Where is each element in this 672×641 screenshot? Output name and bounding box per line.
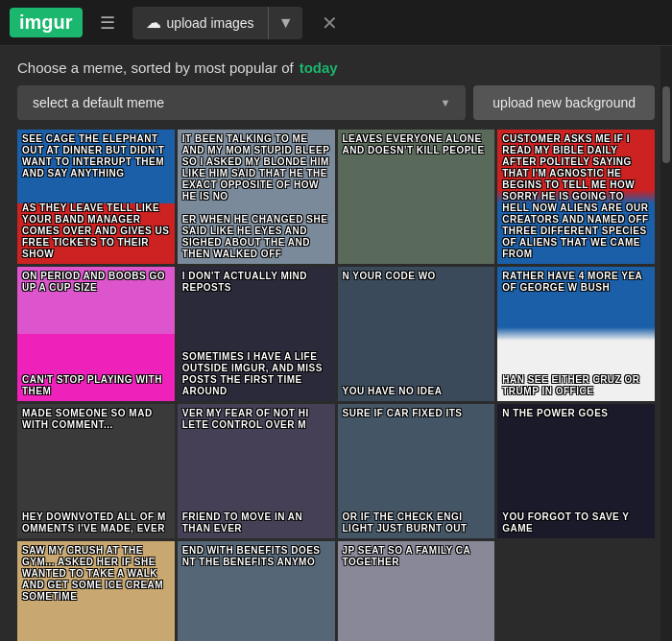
meme-text-top-8: RATHER HAVE 4 MORE YEA OF GEORGE W BUSH <box>497 267 655 297</box>
meme-cell-14[interactable]: END WITH BENEFITS DOES NT THE BENEFITS A… <box>178 541 335 641</box>
meme-cell-11[interactable]: SURE IF CAR FIXED ITSOR IF THE CHECK ENG… <box>338 404 495 538</box>
meme-text-top-14: END WITH BENEFITS DOES NT THE BENEFITS A… <box>178 541 335 572</box>
scrollbar-thumb[interactable] <box>662 86 670 163</box>
meme-text-bottom-7: YOU HAVE NO IDEA <box>338 382 495 401</box>
meme-cell-5[interactable]: ON PERIOD AND BOOBS GO UP A CUP SIZECAN'… <box>17 267 175 401</box>
meme-cell-3[interactable]: LEAVES EVERYONE ALONE AND DOESN'T KILL P… <box>338 130 495 264</box>
toolbar: select a default meme upload new backgro… <box>17 85 655 120</box>
meme-text-bottom-8: HAN SEE EITHER CRUZ OR TRUMP IN OFFICE <box>497 370 655 401</box>
meme-text-bottom-5: CAN'T STOP PLAYING WITH THEM <box>17 370 175 401</box>
upload-button-label: upload images <box>167 15 254 31</box>
meme-cell-2[interactable]: IT BEEN TALKING TO ME AND MY MOM STUPID … <box>178 130 335 264</box>
meme-cell-13[interactable]: SAW MY CRUSH AT THE GYM... ASKED HER IF … <box>17 541 175 641</box>
meme-cell-7[interactable]: N YOUR CODE WOYOU HAVE NO IDEA <box>338 267 495 401</box>
meme-text-top-9: MADE SOMEONE SO MAD WITH COMMENT... <box>17 404 175 435</box>
meme-text-top-15: JP SEAT SO A FAMILY CA TOGETHER <box>338 541 495 572</box>
main-content: Choose a meme, sorted by most popular of… <box>0 46 672 641</box>
meme-text-bottom-4: AFTER POLITELY SAYING THAT I'M AGNOSTIC … <box>497 153 655 264</box>
meme-text-top-7: N YOUR CODE WO <box>338 267 495 286</box>
meme-text-top-12: N THE POWER GOES <box>497 404 655 423</box>
select-meme-button[interactable]: select a default meme <box>17 85 466 120</box>
scrollbar-track[interactable] <box>660 46 672 641</box>
meme-text-bottom-9: HEY DOWNVOTED ALL OF M OMMENTS I'VE MADE… <box>17 508 175 538</box>
upload-main-button[interactable]: ☁ upload images <box>132 7 269 39</box>
meme-text-top-1: SEE CAGE THE ELEPHANT OUT AT DINNER BUT … <box>17 130 175 183</box>
meme-text-bottom-10: FRIEND TO MOVE IN AN THAN EVER <box>178 508 335 538</box>
cloud-icon: ☁ <box>146 13 161 32</box>
upload-button-group: ☁ upload images ▼ <box>132 7 303 39</box>
meme-text-top-11: SURE IF CAR FIXED ITS <box>338 404 495 423</box>
choose-bar: Choose a meme, sorted by most popular of… <box>0 46 672 85</box>
meme-cell-8[interactable]: RATHER HAVE 4 MORE YEA OF GEORGE W BUSHH… <box>497 267 655 401</box>
upload-dropdown-arrow[interactable]: ▼ <box>269 7 303 39</box>
meme-cell-10[interactable]: VER MY FEAR OF NOT HI LETE CONTROL OVER … <box>178 404 335 538</box>
meme-text-bottom-12: YOU FORGOT TO SAVE Y GAME <box>497 508 655 538</box>
meme-grid: SEE CAGE THE ELEPHANT OUT AT DINNER BUT … <box>17 130 655 641</box>
imgur-logo: imgur <box>10 8 83 37</box>
meme-text-bottom-11: OR IF THE CHECK ENGI LIGHT JUST BURNT OU… <box>338 508 495 538</box>
meme-text-bottom-2: ER WHEN HE CHANGED SHE SAID LIKE HE EYES… <box>178 210 335 264</box>
meme-text-top-13: SAW MY CRUSH AT THE GYM... ASKED HER IF … <box>17 541 175 606</box>
meme-text-top-10: VER MY FEAR OF NOT HI LETE CONTROL OVER … <box>178 404 335 435</box>
meme-cell-4[interactable]: CUSTOMER ASKS ME IF I READ MY BIBLE DAIL… <box>497 130 655 264</box>
meme-cell-9[interactable]: MADE SOMEONE SO MAD WITH COMMENT...HEY D… <box>17 404 175 538</box>
meme-cell-6[interactable]: I DON'T ACTUALLY MIND REPOSTSSOMETIMES I… <box>178 267 335 401</box>
meme-cell-12[interactable]: N THE POWER GOESYOU FORGOT TO SAVE Y GAM… <box>497 404 655 538</box>
choose-text: Choose a meme, sorted by most popular of <box>17 59 294 76</box>
meme-text-bottom-1: AS THEY LEAVE TELL LIKE YOUR BAND MANAGE… <box>17 199 175 264</box>
meme-text-bottom-6: SOMETIMES I HAVE A LIFE OUTSIDE IMGUR, A… <box>178 347 335 401</box>
header: imgur ☰ ☁ upload images ▼ ✕ <box>0 0 672 46</box>
meme-text-top-6: I DON'T ACTUALLY MIND REPOSTS <box>178 267 335 297</box>
meme-cell-1[interactable]: SEE CAGE THE ELEPHANT OUT AT DINNER BUT … <box>17 130 175 264</box>
meme-text-top-3: LEAVES EVERYONE ALONE AND DOESN'T KILL P… <box>338 130 495 160</box>
hamburger-button[interactable]: ☰ <box>92 9 123 37</box>
today-label: today <box>300 59 338 76</box>
meme-text-top-5: ON PERIOD AND BOOBS GO UP A CUP SIZE <box>17 267 175 297</box>
upload-background-button[interactable]: upload new background <box>473 85 655 120</box>
close-button[interactable]: ✕ <box>316 12 344 35</box>
meme-text-top-2: IT BEEN TALKING TO ME AND MY MOM STUPID … <box>178 130 335 206</box>
meme-cell-15[interactable]: JP SEAT SO A FAMILY CA TOGETHER <box>338 541 495 641</box>
